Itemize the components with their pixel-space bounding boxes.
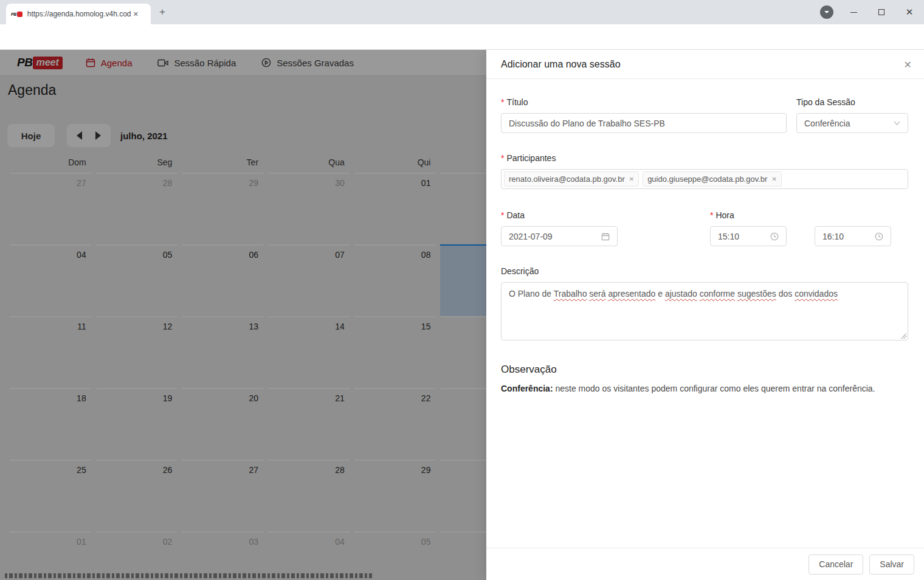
pbmeet-favicon: PB	[11, 12, 22, 17]
observacao-text: Conferência: neste modo os visitantes po…	[501, 384, 908, 393]
remove-participant-icon[interactable]: ✕	[771, 176, 776, 182]
drawer-close-icon[interactable]: ✕	[904, 59, 912, 71]
tab-close-icon[interactable]: ✕	[133, 10, 139, 18]
descricao-label: Descrição	[501, 266, 908, 276]
save-button[interactable]: Salvar	[869, 554, 914, 575]
chrome-profile-chevron-icon[interactable]	[820, 5, 833, 19]
hora-inicio-input[interactable]: 15:10	[710, 226, 787, 246]
window-minimize-button[interactable]	[840, 0, 867, 24]
drawer-footer: Cancelar Salvar	[486, 548, 924, 580]
resize-handle[interactable]	[900, 333, 906, 339]
new-tab-button[interactable]: +	[159, 6, 165, 18]
participant-tag: guido.giuseppe@codata.pb.gov.br✕	[643, 171, 782, 187]
browser-titlebar: PB https://agenda.homolog.v4h.cod ✕ + ✕	[0, 0, 924, 24]
drawer-title: Adicionar uma nova sessão	[501, 59, 621, 70]
window-maximize-button[interactable]	[867, 0, 895, 24]
titulo-input[interactable]: Discussão do Plano de Trabalho SES-PB	[501, 113, 787, 133]
tab-title: https://agenda.homolog.v4h.cod	[27, 10, 131, 18]
participant-tag: renato.oliveira@codata.pb.gov.br✕	[504, 171, 639, 187]
calendar-icon	[601, 232, 610, 241]
clock-icon	[875, 232, 883, 241]
data-label: *Data	[501, 210, 618, 220]
add-session-drawer: Adicionar uma nova sessão ✕ *Título Disc…	[486, 50, 924, 580]
data-input[interactable]: 2021-07-09	[501, 226, 618, 246]
browser-toolbar: agenda.homolog.v4h.codata.pb.gov.br/Sche…	[0, 24, 924, 50]
clock-icon	[770, 232, 779, 241]
participant-email: renato.oliveira@codata.pb.gov.br	[509, 174, 625, 184]
chevron-down-icon	[894, 121, 900, 125]
app-root: PBmeet Agenda Sessão Rápida Sessões Grav…	[0, 50, 924, 580]
window-close-button[interactable]: ✕	[895, 0, 923, 24]
tipo-label: Tipo da Sessão	[796, 97, 908, 107]
participantes-input[interactable]: renato.oliveira@codata.pb.gov.br✕guido.g…	[501, 169, 908, 189]
browser-tab[interactable]: PB https://agenda.homolog.v4h.cod ✕	[6, 4, 151, 24]
titulo-label: *Título	[501, 97, 787, 107]
participant-email: guido.giuseppe@codata.pb.gov.br	[647, 174, 767, 184]
hora-label: *Hora	[710, 210, 891, 220]
remove-participant-icon[interactable]: ✕	[629, 176, 634, 182]
hora-fim-input[interactable]: 16:10	[815, 226, 891, 246]
descricao-textarea[interactable]: O Plano de Trabalho será apresentado e a…	[501, 282, 908, 340]
observacao-heading: Observação	[501, 364, 908, 376]
participantes-label: *Participantes	[501, 153, 908, 163]
cancel-button[interactable]: Cancelar	[808, 554, 863, 575]
tipo-select[interactable]: Conferência	[796, 113, 908, 133]
